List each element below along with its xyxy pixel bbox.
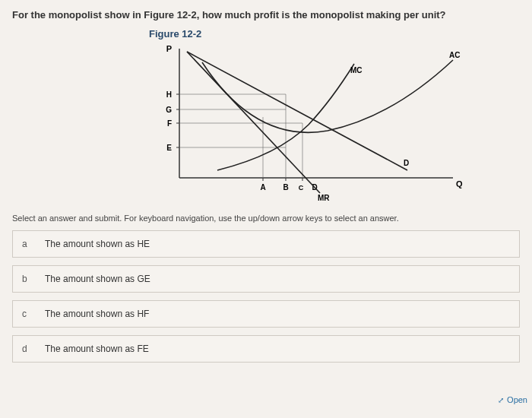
curve-mr-label: MR (318, 194, 330, 202)
y-tick-g: G (166, 106, 172, 114)
figure-title: Figure 12-2 (149, 28, 520, 40)
y-tick-e: E (166, 144, 172, 152)
option-b[interactable]: b The amount shown as GE (12, 265, 520, 293)
svg-line-17 (187, 52, 320, 193)
question-text: For the monopolist show in Figure 12-2, … (12, 9, 520, 21)
y-tick-h: H (166, 90, 172, 99)
figure-block: Figure 12-2 P Q H G F E A B C D D (149, 28, 520, 204)
curve-ac-label: AC (449, 51, 460, 59)
y-tick-f: F (167, 119, 172, 128)
option-a[interactable]: a The amount shown as HE (12, 230, 520, 258)
option-d[interactable]: d The amount shown as FE (12, 335, 520, 363)
x-tick-b: B (283, 183, 288, 192)
y-axis-label: P (166, 44, 172, 53)
option-letter: d (22, 344, 31, 354)
x-tick-a: A (260, 183, 265, 192)
option-letter: b (22, 274, 31, 284)
option-text: The amount shown as HE (45, 239, 150, 249)
option-text: The amount shown as GE (45, 274, 150, 284)
figure-svg: P Q H G F E A B C D D MR MC (149, 41, 476, 204)
option-text: The amount shown as FE (45, 344, 149, 354)
x-tick-c: C (299, 184, 304, 192)
option-letter: c (22, 309, 31, 319)
svg-line-16 (187, 52, 407, 170)
x-axis-label: Q (456, 179, 463, 188)
option-c[interactable]: c The amount shown as HF (12, 300, 520, 328)
curve-mc-label: MC (350, 66, 363, 74)
option-letter: a (22, 239, 31, 249)
option-text: The amount shown as HF (45, 309, 149, 319)
curve-d-label: D (404, 159, 409, 167)
options-list: a The amount shown as HE b The amount sh… (12, 230, 520, 363)
instructions-text: Select an answer and submit. For keyboar… (12, 214, 520, 223)
